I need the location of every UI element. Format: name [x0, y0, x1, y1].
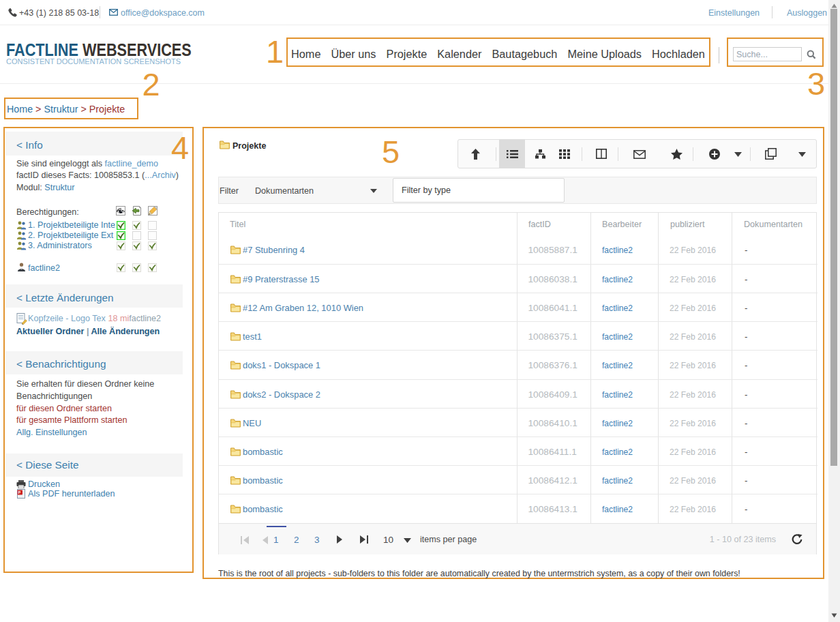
svg-text:P: P: [18, 490, 20, 494]
